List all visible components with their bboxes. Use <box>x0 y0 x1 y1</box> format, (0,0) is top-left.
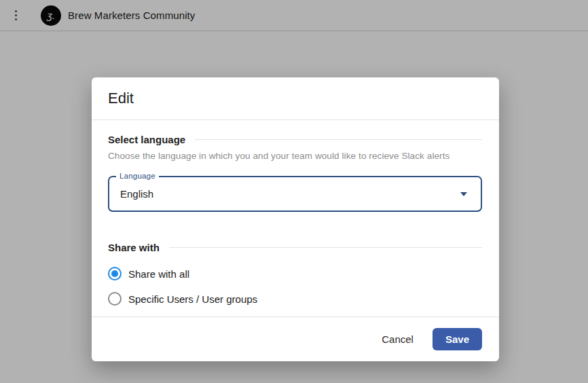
cancel-button[interactable]: Cancel <box>380 329 415 349</box>
save-button[interactable]: Save <box>433 328 482 350</box>
dialog-header: Edit <box>92 77 499 120</box>
share-section-header: Share with <box>108 242 482 253</box>
share-options: Share with all Specific Users / User gro… <box>108 267 482 306</box>
language-select-value: English <box>120 188 153 200</box>
dialog-body: Select language Choose the language in w… <box>92 120 499 316</box>
radio-share-with-all[interactable]: Share with all <box>108 267 482 280</box>
share-section-title: Share with <box>108 242 160 253</box>
radio-label: Specific Users / User groups <box>128 293 257 305</box>
chevron-down-icon <box>460 192 467 196</box>
language-section-title: Select language <box>108 134 185 145</box>
edit-dialog: Edit Select language Choose the language… <box>92 77 499 361</box>
language-select[interactable]: Language English <box>108 176 482 212</box>
dialog-title: Edit <box>108 90 483 107</box>
language-section-header: Select language <box>108 134 482 145</box>
screen: ʒ. Brew Marketers Community Edit Select … <box>0 0 588 383</box>
radio-unselected-icon[interactable] <box>108 292 122 306</box>
radio-specific-users[interactable]: Specific Users / User groups <box>108 292 482 306</box>
divider <box>169 247 482 248</box>
radio-label: Share with all <box>128 268 189 280</box>
language-select-label: Language <box>116 172 159 180</box>
divider <box>195 139 482 140</box>
radio-selected-icon[interactable] <box>108 267 122 280</box>
dialog-footer: Cancel Save <box>92 316 499 361</box>
language-section-description: Choose the language in which you and you… <box>108 151 482 161</box>
